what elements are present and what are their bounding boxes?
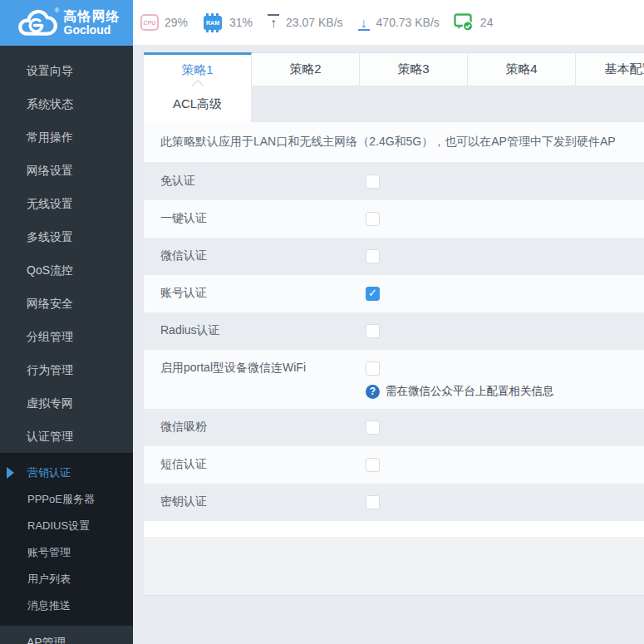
sidebar-item-qos[interactable]: QoS流控 — [0, 253, 133, 287]
ram-icon: RAM — [204, 16, 222, 30]
policy-settings-panel: 此策略默认应用于LAN口和无线主网络（2.4G和5G），也可以在AP管理中下发到… — [144, 122, 644, 596]
submenu-item-pppoe-server[interactable]: PPPoE服务器 — [0, 486, 133, 513]
sidebar-item-group-management[interactable]: 分组管理 — [0, 320, 133, 353]
sidebar-item-setup-wizard[interactable]: 设置向导 — [0, 54, 133, 87]
brand-logo[interactable]: ® 高恪网络 Gocloud — [0, 0, 133, 46]
sidebar-item-network-settings[interactable]: 网络设置 — [0, 154, 133, 187]
account-auth-checkbox[interactable] — [366, 287, 380, 301]
tab-acl-advanced[interactable]: ACL高级 — [144, 86, 252, 122]
tab-policy-1[interactable]: 策略1 — [144, 52, 252, 86]
download-icon: ↓ — [357, 14, 371, 31]
one-click-auth-checkbox[interactable] — [366, 212, 380, 226]
panel-footer-area — [144, 537, 644, 596]
wechat-auth-checkbox[interactable] — [366, 249, 380, 263]
auth-row-key: 密钥认证 — [144, 484, 644, 521]
portal-wifi-note: ? 需在微信公众平台上配置相关信息 — [366, 384, 554, 399]
sidebar-item-auth-management[interactable]: 认证管理 — [0, 420, 133, 453]
tab-basic-config[interactable]: 基本配置 — [576, 52, 644, 86]
help-icon: ? — [366, 385, 380, 399]
auth-row-one-click: 一键认证 — [144, 200, 644, 238]
sidebar-item-system-status[interactable]: 系统状态 — [0, 87, 133, 120]
sidebar-item-ap-management[interactable]: AP管理 — [0, 626, 133, 644]
portal-wifi-checkbox[interactable] — [366, 361, 380, 376]
cloud-logo-icon: ® — [13, 7, 58, 40]
download-speed: 470.73 KB/s — [376, 16, 440, 29]
free-auth-checkbox[interactable] — [366, 175, 380, 189]
top-bar: ® 高恪网络 Gocloud CPU 29% RAM 31% ↑ 23.07 K… — [0, 0, 644, 46]
auth-row-portal-wifi: 启用portal型设备微信连WiFi ? 需在微信公众平台上配置相关信息 — [144, 350, 644, 409]
secondary-tab-strip: ACL高级 — [144, 86, 644, 122]
sidebar-item-behavior-management[interactable]: 行为管理 — [0, 353, 133, 386]
key-auth-checkbox[interactable] — [366, 495, 380, 509]
online-devices-count: 24 — [480, 16, 494, 29]
brand-subtitle: Gocloud — [64, 24, 120, 37]
cpu-icon: CPU — [140, 14, 159, 31]
upload-speed: 23.07 KB/s — [286, 16, 343, 29]
auth-row-sms: 短信认证 — [144, 446, 644, 484]
online-devices-icon — [454, 13, 474, 32]
tab-policy-4[interactable]: 策略4 — [468, 52, 576, 86]
submenu-item-user-list[interactable]: 用户列表 — [0, 566, 133, 592]
policy-notice-text: 此策略默认应用于LAN口和无线主网络（2.4G和5G），也可以在AP管理中下发到… — [144, 122, 644, 163]
upload-icon: ↑ — [267, 14, 280, 31]
system-stats: CPU 29% RAM 31% ↑ 23.07 KB/s ↓ 470.73 KB… — [133, 0, 644, 45]
submenu-item-radius-settings[interactable]: RADIUS设置 — [0, 513, 133, 539]
main-content: 策略1 策略2 策略3 策略4 基本配置 ACL高级 此策略默认应用于LAN口和… — [133, 46, 644, 644]
panel-end-spacer — [144, 521, 644, 537]
tab-policy-3[interactable]: 策略3 — [360, 52, 468, 86]
policy-tab-strip: 策略1 策略2 策略3 策略4 基本配置 — [144, 52, 644, 86]
submenu-item-marketing-auth[interactable]: 营销认证 — [0, 460, 133, 486]
submenu-item-message-push[interactable]: 消息推送 — [0, 592, 133, 619]
auth-row-wechat: 微信认证 — [144, 238, 644, 275]
auth-options-list: 免认证 一键认证 微信认证 账号认证 Radius认证 启用portal型设备微… — [144, 163, 644, 521]
submenu-item-account-management[interactable]: 账号管理 — [0, 539, 133, 566]
registered-mark: ® — [55, 7, 60, 14]
sidebar-item-multiline-settings[interactable]: 多线设置 — [0, 220, 133, 253]
auth-row-wechat-follow: 微信吸粉 — [144, 409, 644, 446]
cpu-usage: 29% — [165, 16, 188, 29]
sidebar-item-common-ops[interactable]: 常用操作 — [0, 120, 133, 154]
ram-usage: 31% — [229, 16, 253, 29]
wechat-follow-checkbox[interactable] — [366, 420, 380, 435]
sidebar-item-network-security[interactable]: 网络安全 — [0, 287, 133, 320]
radius-auth-checkbox[interactable] — [366, 324, 380, 338]
sms-auth-checkbox[interactable] — [366, 458, 380, 472]
auth-row-radius: Radius认证 — [144, 312, 644, 350]
auth-row-free: 免认证 — [144, 163, 644, 200]
sidebar-item-vpn[interactable]: 虚拟专网 — [0, 386, 133, 420]
auth-row-account: 账号认证 — [144, 275, 644, 312]
brand-title: 高恪网络 — [64, 10, 120, 24]
sidebar-nav: 设置向导 系统状态 常用操作 网络设置 无线设置 多线设置 QoS流控 网络安全… — [0, 46, 133, 644]
sidebar-item-wireless-settings[interactable]: 无线设置 — [0, 187, 133, 220]
tab-policy-2[interactable]: 策略2 — [252, 52, 360, 86]
auth-submenu: 营销认证 PPPoE服务器 RADIUS设置 账号管理 用户列表 消息推送 — [0, 453, 133, 626]
active-item-arrow-icon — [7, 467, 14, 479]
